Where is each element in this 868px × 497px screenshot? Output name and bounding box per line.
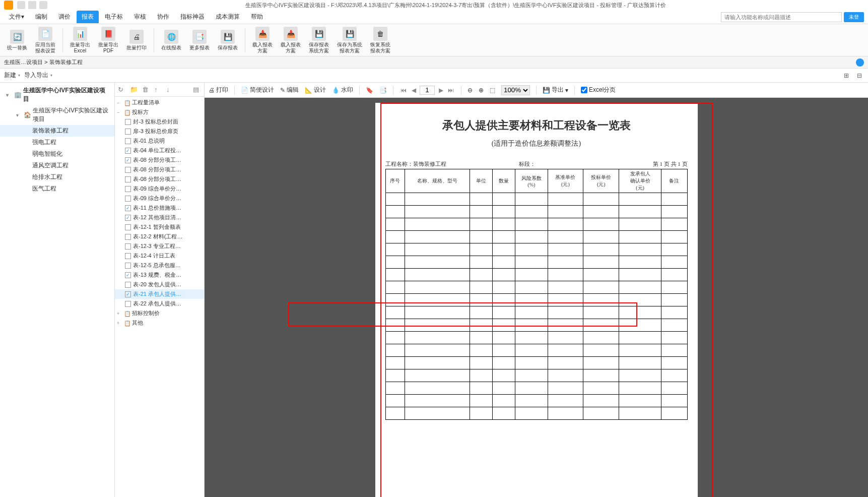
ribbon-button[interactable]: 💾保存报表 <box>215 29 241 52</box>
project-tree-node[interactable]: 强电工程 <box>0 137 114 148</box>
report-tree-node[interactable]: 封-3 投标总价封面 <box>115 117 204 127</box>
ribbon-button[interactable]: 📥载入报表 方案 <box>249 26 276 55</box>
ribbon-button[interactable]: 📊批量导出 Excel <box>67 26 93 55</box>
report-tree-node[interactable]: 表-09 综合单价分… <box>115 184 204 194</box>
report-tree-node[interactable]: +📋招标控制价 <box>115 308 204 318</box>
ribbon-button[interactable]: 📥载入报表 方案 <box>278 26 304 55</box>
collapse-all-icon[interactable]: ⊟ <box>855 71 864 80</box>
ribbon-button[interactable]: 📑更多报表 <box>186 29 213 52</box>
report-tree-node[interactable]: +📋其他 <box>115 318 204 328</box>
menu-tab[interactable]: 报表 <box>77 11 99 23</box>
report-tree-node[interactable]: 表-08 分部分项工… <box>115 155 204 165</box>
checkbox-icon[interactable] <box>125 263 131 269</box>
report-tree-node[interactable]: 表-20 发包人提供… <box>115 280 204 289</box>
report-tree-node[interactable]: 表-12-4 计日工表 <box>115 251 204 261</box>
new-button[interactable]: 新建 <box>4 71 20 80</box>
login-button[interactable]: 未登 <box>844 12 864 22</box>
report-tree-node[interactable]: 表-08 分部分项工… <box>115 174 204 184</box>
report-tree-node[interactable]: 表-12-5 总承包服… <box>115 261 204 270</box>
report-tree-node[interactable]: 表-22 承包人提供… <box>115 299 204 308</box>
expand-icon[interactable] <box>856 58 864 67</box>
first-page-icon[interactable]: ⏮ <box>399 87 408 94</box>
menu-tab[interactable]: 电子标 <box>100 11 128 23</box>
preview-area[interactable]: 承包人提供主要材料和工程设备一览表 (适用于造价信息差额调整法) 工程名称：装饰… <box>205 98 868 497</box>
zoom-select[interactable]: 100% <box>501 85 530 95</box>
report-tree-node[interactable]: 表-12-1 暂列金额表 <box>115 222 204 232</box>
down-icon[interactable]: ↓ <box>166 86 174 94</box>
checkbox-icon[interactable] <box>125 224 131 230</box>
folder-icon[interactable]: 📁 <box>130 86 138 94</box>
delete-icon[interactable]: 🗑 <box>142 86 150 94</box>
undo-icon[interactable] <box>28 1 36 9</box>
page-input[interactable] <box>420 86 435 95</box>
checkbox-icon[interactable] <box>125 167 131 173</box>
prev-page-icon[interactable]: ◀ <box>410 87 418 94</box>
redo-icon[interactable] <box>39 1 47 9</box>
refresh-icon[interactable]: ↻ <box>118 86 126 94</box>
menu-tab[interactable]: 协作 <box>152 11 174 23</box>
menu-tab[interactable]: 审核 <box>129 11 151 23</box>
project-tree-node[interactable]: 弱电智能化 <box>0 148 114 160</box>
ribbon-button[interactable]: 📄应用当前 报表设置 <box>32 26 58 55</box>
checkbox-icon[interactable] <box>125 215 131 221</box>
watermark-button[interactable]: 💧 水印 <box>332 86 353 94</box>
checkbox-icon[interactable] <box>125 253 131 259</box>
project-tree-node[interactable]: ▾🏢生殖医学中心IVF实验区建设项目 <box>0 85 114 105</box>
report-tree-node[interactable]: 表-12-3 专业工程… <box>115 241 204 251</box>
report-tree-node[interactable]: −📋投标方 <box>115 107 204 117</box>
project-tree-node[interactable]: 装饰装修工程 <box>0 125 114 137</box>
up-icon[interactable]: ↑ <box>154 86 162 94</box>
report-tree-node[interactable]: 表-21 承包人提供… <box>115 289 204 299</box>
report-tree-node[interactable]: 表-13 规费、税金… <box>115 270 204 280</box>
checkbox-icon[interactable] <box>125 301 131 307</box>
project-tree-node[interactable]: ▾🏠生殖医学中心IVF实验区建设项目 <box>0 105 114 125</box>
project-tree-node[interactable]: 医气工程 <box>0 183 114 195</box>
ribbon-button[interactable]: 🖨批量打印 <box>123 29 150 52</box>
report-tree-node[interactable]: 表-08 分部分项工… <box>115 165 204 174</box>
zoom-in-icon[interactable]: ⊕ <box>479 87 484 94</box>
ribbon-button[interactable]: 🌐在线报表 <box>158 29 184 52</box>
report-tree-node[interactable]: 表-12-2 材料(工程… <box>115 232 204 241</box>
simple-design-button[interactable]: 📄 简便设计 <box>241 86 274 94</box>
breadcrumb[interactable]: 生殖医…设项目 > 装饰装修工程 <box>4 58 83 66</box>
ribbon-button[interactable]: 🔄统一替换 <box>4 29 30 52</box>
checkbox-icon[interactable] <box>125 205 131 211</box>
checkbox-icon[interactable] <box>125 148 131 154</box>
last-page-icon[interactable]: ⏭ <box>447 87 455 94</box>
report-tree-node[interactable]: −📋工程量清单 <box>115 98 204 107</box>
checkbox-icon[interactable] <box>125 243 131 250</box>
import-export-button[interactable]: 导入导出 <box>24 71 52 80</box>
zoom-out-icon[interactable]: ⊖ <box>468 87 473 94</box>
checkbox-icon[interactable] <box>125 186 131 192</box>
menu-tab[interactable]: 帮助 <box>246 11 268 23</box>
checkbox-icon[interactable] <box>125 138 131 144</box>
design-button[interactable]: 📐 设计 <box>305 86 326 94</box>
report-tree-node[interactable]: 表-12 其他项目清… <box>115 213 204 222</box>
ribbon-button[interactable]: 💾保存报表 系统方案 <box>306 26 332 55</box>
checkbox-icon[interactable] <box>125 291 131 297</box>
checkbox-icon[interactable] <box>125 282 131 288</box>
menu-tab[interactable]: 指标神器 <box>175 11 210 23</box>
checkbox-icon[interactable] <box>125 272 131 278</box>
filter-icon[interactable]: ▤ <box>193 86 201 94</box>
checkbox-icon[interactable] <box>125 176 131 182</box>
report-tree-node[interactable]: 表-04 单位工程投… <box>115 146 204 155</box>
report-tree-node[interactable]: 表-11 总价措施项… <box>115 203 204 213</box>
bookmark-icon[interactable]: 🔖 <box>366 87 373 94</box>
export-button[interactable]: 💾 导出 ▾ <box>543 86 568 94</box>
checkbox-icon[interactable] <box>125 157 131 163</box>
pages-icon[interactable]: 📑 <box>379 87 387 94</box>
save-icon[interactable] <box>17 1 25 9</box>
report-tree-node[interactable]: 表-01 总说明 <box>115 136 204 146</box>
fit-width-icon[interactable]: ⬚ <box>490 87 495 94</box>
report-tree-node[interactable]: 表-09 综合单价分… <box>115 194 204 203</box>
checkbox-icon[interactable] <box>125 119 131 125</box>
expand-all-icon[interactable]: ⊞ <box>842 71 851 80</box>
file-menu[interactable]: 文件▾ <box>4 11 29 23</box>
project-tree-node[interactable]: 通风空调工程 <box>0 160 114 171</box>
menu-tab[interactable]: 成本测算 <box>211 11 245 23</box>
menu-tab[interactable]: 调价 <box>53 11 76 23</box>
ribbon-button[interactable]: 💾保存为系统 报表方案 <box>334 26 365 55</box>
report-tree-node[interactable]: 扉-3 投标总价扉页 <box>115 127 204 136</box>
search-input[interactable] <box>721 12 842 22</box>
